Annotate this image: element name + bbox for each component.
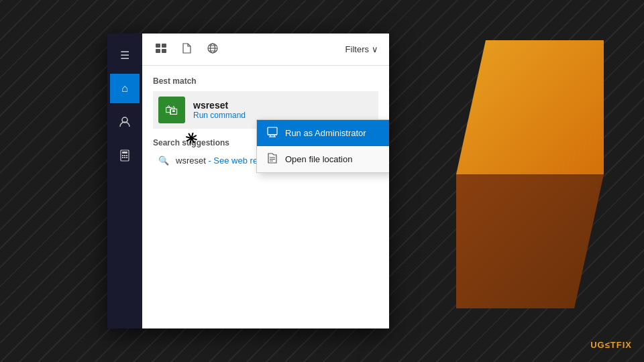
open-file-location-label: Open file location — [285, 154, 352, 164]
grid-icon[interactable] — [153, 41, 169, 58]
app-type: Run command — [193, 111, 246, 120]
search-icon: 🔍 — [158, 156, 169, 166]
sidebar-home[interactable]: ⌂ — [110, 74, 140, 103]
chevron-down-icon: ∨ — [372, 44, 378, 54]
run-as-admin-label: Run as Administrator — [285, 128, 366, 138]
sidebar-user[interactable] — [110, 107, 140, 137]
admin-icon — [266, 127, 278, 139]
svg-rect-3 — [122, 155, 123, 156]
svg-rect-2 — [122, 152, 127, 154]
context-menu-run-as-admin[interactable]: Run as Administrator — [257, 120, 389, 146]
document-icon[interactable] — [180, 40, 194, 59]
svg-rect-7 — [124, 157, 125, 158]
suggestion-query: wsreset — [176, 156, 206, 166]
svg-rect-12 — [162, 49, 166, 53]
svg-rect-8 — [126, 157, 127, 158]
app-icon: 🛍 — [158, 97, 185, 123]
search-content: Best match 🛍 wsreset Run command Search … — [142, 66, 389, 328]
sidebar: ☰ ⌂ — [107, 34, 142, 328]
watermark: UG≤TFIX — [590, 340, 632, 350]
svg-rect-9 — [156, 44, 160, 48]
context-menu: Run as Administrator Open file location — [256, 119, 389, 173]
windows-logo-decoration — [416, 40, 604, 255]
start-menu: ☰ ⌂ — [107, 34, 389, 328]
svg-rect-5 — [126, 155, 127, 156]
app-name: wsreset — [193, 100, 246, 111]
best-match-label: Best match — [153, 76, 378, 86]
globe-icon[interactable] — [205, 40, 221, 59]
logo-top — [456, 40, 604, 174]
sidebar-hamburger[interactable]: ☰ — [110, 40, 140, 70]
svg-rect-18 — [268, 127, 277, 135]
filters-label: Filters — [345, 44, 369, 54]
context-menu-open-file-location[interactable]: Open file location — [257, 146, 389, 172]
svg-rect-10 — [162, 44, 166, 48]
svg-rect-11 — [156, 49, 160, 53]
app-info: wsreset Run command — [193, 100, 246, 120]
filters-button[interactable]: Filters ∨ — [345, 44, 378, 54]
file-location-icon — [266, 153, 278, 166]
svg-rect-6 — [122, 157, 123, 158]
sidebar-calculator[interactable] — [110, 141, 140, 170]
svg-rect-4 — [124, 155, 125, 156]
main-panel: Filters ∨ Best match 🛍 wsreset Run comma… — [142, 34, 389, 328]
top-bar: Filters ∨ — [142, 34, 389, 66]
